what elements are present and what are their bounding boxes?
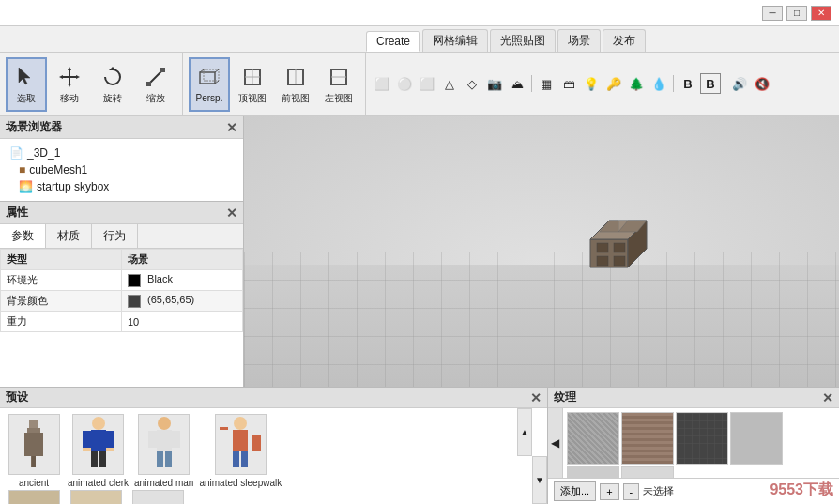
texture-scroll-left[interactable]: ◀ xyxy=(548,408,563,478)
front-view-label: 前视图 xyxy=(282,92,310,105)
key-icon[interactable]: 🔑 xyxy=(603,73,624,94)
top-view-btn[interactable]: 顶视图 xyxy=(232,57,273,112)
svg-marker-7 xyxy=(109,67,116,70)
svg-marker-30 xyxy=(600,221,618,232)
persp-view-btn[interactable]: Persp. xyxy=(189,57,230,112)
table-row: 重力 10 xyxy=(1,312,243,332)
prop-type-1: 环境光 xyxy=(1,270,122,291)
props-tab-material[interactable]: 材质 xyxy=(46,224,92,248)
preset-item-animated-man[interactable]: animated man xyxy=(134,414,193,488)
preset-thumb-r2-1 xyxy=(8,490,60,504)
mute-icon[interactable]: 🔇 xyxy=(752,73,772,94)
svg-rect-50 xyxy=(165,451,172,467)
left-view-btn[interactable]: 左视图 xyxy=(318,57,359,112)
cube-object xyxy=(576,192,661,277)
rotate-icon xyxy=(99,64,126,90)
light-icon[interactable]: 💡 xyxy=(581,73,602,94)
tree-item-cubemesh[interactable]: ■ cubeMesh1 xyxy=(6,161,237,178)
texture-thumb-2[interactable] xyxy=(621,412,674,465)
grid-icon[interactable]: ▦ xyxy=(536,73,557,94)
tree-item-skybox[interactable]: 🌅 startup skybox xyxy=(6,178,237,195)
svg-rect-27 xyxy=(614,243,625,252)
preset-item-r2-2[interactable] xyxy=(68,490,124,504)
viewport[interactable] xyxy=(244,116,839,387)
cubemesh-label: cubeMesh1 xyxy=(29,163,87,176)
scene-browser-close[interactable]: ✕ xyxy=(226,120,237,135)
cylinder-icon[interactable]: ⬜ xyxy=(417,73,437,94)
svg-rect-44 xyxy=(106,448,114,451)
preset-scroll-up[interactable]: ▲ xyxy=(517,408,532,456)
texture-plus-btn[interactable]: + xyxy=(600,483,618,500)
properties-close[interactable]: ✕ xyxy=(226,206,237,221)
props-tab-behavior[interactable]: 行为 xyxy=(92,224,138,248)
camera-icon[interactable]: 📷 xyxy=(484,73,505,94)
separator2 xyxy=(673,75,674,92)
texture-thumb-5[interactable] xyxy=(567,466,619,478)
rotate-tool[interactable]: 旋转 xyxy=(92,57,133,112)
properties-header: 属性 ✕ xyxy=(0,202,243,224)
plane-icon[interactable]: ◇ xyxy=(462,73,482,94)
skybox-label: startup skybox xyxy=(37,180,109,193)
svg-point-45 xyxy=(158,417,171,430)
tab-scene[interactable]: 场景 xyxy=(557,29,601,52)
col-type-header: 类型 xyxy=(1,250,122,270)
texture-minus-btn[interactable]: - xyxy=(623,483,640,500)
box3d-icon[interactable]: 🗃 xyxy=(558,73,579,94)
terrain-icon[interactable]: ⛰ xyxy=(507,73,527,94)
skybox-icon: 🌅 xyxy=(19,180,33,193)
preset-scroll-area[interactable]: ancient animated clerk anima xyxy=(0,408,517,504)
preset-item-r2-1[interactable] xyxy=(6,490,62,504)
tree-item-3d1[interactable]: 📄 _3D_1 xyxy=(6,145,237,161)
svg-marker-3 xyxy=(68,67,71,70)
prop-type-3: 重力 xyxy=(1,312,122,332)
audio-icon[interactable]: 🔊 xyxy=(729,73,750,94)
tab-mesh[interactable]: 网格编辑 xyxy=(422,29,488,52)
svg-rect-29 xyxy=(614,256,625,266)
preset-scroll-down[interactable]: ▼ xyxy=(532,456,547,504)
left-view-icon xyxy=(326,64,352,90)
preset-item-animated-clerk[interactable]: animated clerk xyxy=(68,414,129,488)
props-tab-params[interactable]: 参数 xyxy=(0,224,46,248)
scale-tool[interactable]: 缩放 xyxy=(135,57,176,112)
preset-title: 预设 xyxy=(6,389,28,405)
table-row: 环境光 Black xyxy=(1,270,243,291)
persp-icon xyxy=(196,65,222,91)
sphere-icon[interactable]: ⚪ xyxy=(394,73,415,94)
minimize-button[interactable]: ─ xyxy=(762,6,783,21)
color-swatch-2 xyxy=(128,295,141,308)
b2-icon[interactable]: B xyxy=(700,73,721,94)
move-tool[interactable]: 移动 xyxy=(49,57,90,112)
b-icon[interactable]: B xyxy=(678,73,698,94)
maximize-button[interactable]: □ xyxy=(786,6,807,21)
preset-item-animated-sleepwalk[interactable]: animated sleepwalk xyxy=(199,414,282,488)
table-row: 背景颜色 (65,65,65) xyxy=(1,291,243,312)
preset-thumb-animated-clerk xyxy=(72,414,124,475)
cube-icon[interactable]: ⬜ xyxy=(372,73,392,94)
tab-light[interactable]: 光照贴图 xyxy=(490,29,556,52)
preset-item-r2-3[interactable] xyxy=(130,490,186,504)
preset-item-ancient[interactable]: ancient xyxy=(6,414,62,488)
svg-marker-4 xyxy=(68,84,71,87)
close-button[interactable]: ✕ xyxy=(811,6,831,21)
svg-rect-49 xyxy=(157,451,163,467)
properties-title: 属性 xyxy=(6,205,28,221)
water-icon[interactable]: 💧 xyxy=(648,73,669,94)
tab-publish[interactable]: 发布 xyxy=(603,29,646,52)
texture-thumb-6[interactable] xyxy=(621,466,674,478)
texture-add-btn[interactable]: 添加... xyxy=(554,481,596,501)
texture-thumb-4[interactable] xyxy=(730,412,783,465)
texture-close[interactable]: ✕ xyxy=(822,390,833,405)
cone-icon[interactable]: △ xyxy=(439,73,460,94)
tab-create[interactable]: Create xyxy=(366,31,420,52)
svg-rect-26 xyxy=(597,243,608,252)
texture-thumb-3[interactable] xyxy=(676,412,728,465)
texture-thumb-1[interactable] xyxy=(567,412,619,465)
preset-close[interactable]: ✕ xyxy=(530,390,542,405)
svg-rect-10 xyxy=(160,68,165,72)
viewport-grid xyxy=(244,252,839,387)
tree-icon[interactable]: 🌲 xyxy=(626,73,647,94)
select-tool[interactable]: 选取 xyxy=(6,57,47,112)
front-view-btn[interactable]: 前视图 xyxy=(275,57,316,112)
scene-tree: 📄 _3D_1 ■ cubeMesh1 🌅 startup skybox xyxy=(0,139,243,201)
svg-rect-41 xyxy=(91,451,98,467)
